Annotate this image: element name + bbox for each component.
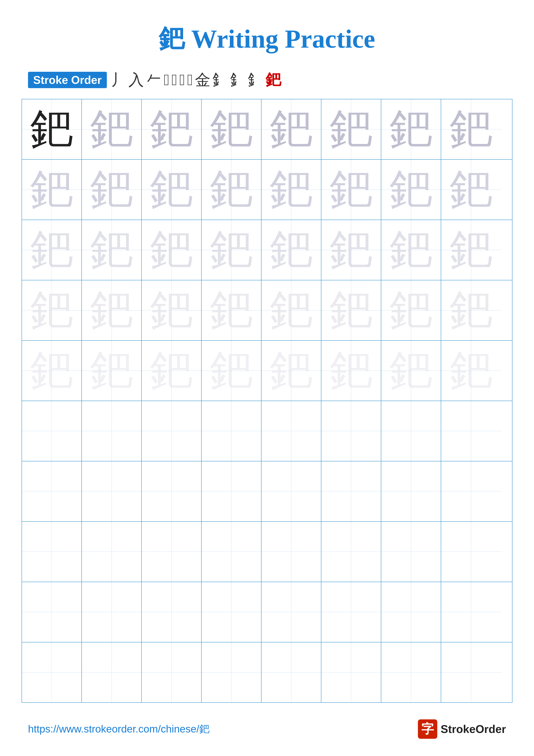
grid-cell	[321, 522, 381, 582]
grid-cell	[441, 582, 501, 642]
grid-cell: 鈀	[142, 220, 202, 280]
grid-cell: 鈀	[441, 220, 501, 280]
grid-cell	[22, 642, 82, 702]
grid-cell: 鈀	[142, 341, 202, 401]
grid-cell: 鈀	[441, 281, 501, 340]
grid-cell	[441, 642, 501, 702]
grid-cell	[142, 522, 202, 582]
grid-cell	[321, 401, 381, 461]
grid-cell	[22, 582, 82, 642]
grid-cell	[262, 461, 321, 521]
page-title: 鈀 Writing Practice	[0, 0, 534, 69]
grid-cell	[381, 522, 441, 582]
grid-row-2: 鈀 鈀 鈀 鈀 鈀 鈀 鈀 鈀	[22, 160, 512, 220]
footer-logo: 字 StrokeOrder	[418, 719, 506, 739]
grid-cell: 鈀	[202, 281, 262, 340]
grid-cell	[202, 401, 262, 461]
grid-cell	[202, 522, 262, 582]
grid-cell: 鈀	[321, 99, 381, 159]
stroke-chars: 丿 入 𠂉 𠃊 𠄌 𠄌 𠄍 金 釒 釒 釒 鈀	[111, 69, 281, 90]
grid-cell	[142, 461, 202, 521]
grid-cell: 鈀	[381, 160, 441, 220]
grid-row-3: 鈀 鈀 鈀 鈀 鈀 鈀 鈀 鈀	[22, 220, 512, 281]
footer: https://www.strokeorder.com/chinese/鈀 字 …	[0, 719, 534, 739]
grid-cell: 鈀	[202, 341, 262, 401]
grid-cell: 鈀	[321, 281, 381, 340]
grid-cell	[262, 522, 321, 582]
grid-cell: 鈀	[202, 160, 262, 220]
grid-cell	[82, 522, 142, 582]
grid-cell: 鈀	[381, 99, 441, 159]
grid-cell: 鈀	[142, 281, 202, 340]
grid-cell	[22, 461, 82, 521]
grid-cell	[381, 582, 441, 642]
grid-cell: 鈀	[321, 160, 381, 220]
stroke-order-badge: Stroke Order	[28, 72, 107, 88]
grid-row-empty-5	[22, 642, 512, 702]
grid-row-empty-4	[22, 582, 512, 642]
grid-cell	[142, 582, 202, 642]
practice-grid: 鈀 鈀 鈀 鈀 鈀 鈀 鈀 鈀 鈀 鈀 鈀 鈀 鈀 鈀 鈀 鈀 鈀 鈀 鈀 鈀 …	[21, 99, 513, 703]
grid-cell: 鈀	[82, 341, 142, 401]
grid-cell	[262, 582, 321, 642]
stroke-order-row: Stroke Order 丿 入 𠂉 𠃊 𠄌 𠄌 𠄍 金 釒 釒 釒 鈀	[0, 69, 534, 99]
grid-cell: 鈀	[22, 281, 82, 340]
grid-cell	[82, 582, 142, 642]
grid-cell	[142, 401, 202, 461]
grid-cell: 鈀	[381, 281, 441, 340]
grid-cell	[262, 401, 321, 461]
grid-cell: 鈀	[381, 341, 441, 401]
grid-cell	[441, 522, 501, 582]
grid-row-4: 鈀 鈀 鈀 鈀 鈀 鈀 鈀 鈀	[22, 281, 512, 341]
grid-cell: 鈀	[82, 160, 142, 220]
grid-cell: 鈀	[22, 220, 82, 280]
footer-url[interactable]: https://www.strokeorder.com/chinese/鈀	[28, 722, 210, 736]
grid-row-empty-3	[22, 522, 512, 582]
grid-cell	[22, 401, 82, 461]
grid-cell	[441, 461, 501, 521]
grid-cell	[321, 582, 381, 642]
grid-cell: 鈀	[82, 220, 142, 280]
grid-cell	[321, 461, 381, 521]
grid-cell: 鈀	[441, 341, 501, 401]
grid-cell: 鈀	[202, 99, 262, 159]
grid-cell	[202, 582, 262, 642]
grid-cell	[202, 461, 262, 521]
grid-cell: 鈀	[441, 99, 501, 159]
grid-cell	[202, 642, 262, 702]
grid-cell: 鈀	[262, 220, 321, 280]
grid-row-empty-1	[22, 401, 512, 461]
grid-cell: 鈀	[321, 341, 381, 401]
grid-cell: 鈀	[441, 160, 501, 220]
grid-row-empty-2	[22, 461, 512, 522]
grid-row-5: 鈀 鈀 鈀 鈀 鈀 鈀 鈀 鈀	[22, 341, 512, 401]
grid-cell: 鈀	[22, 160, 82, 220]
grid-cell: 鈀	[82, 99, 142, 159]
grid-cell: 鈀	[262, 99, 321, 159]
grid-cell	[262, 642, 321, 702]
grid-cell	[441, 401, 501, 461]
grid-cell: 鈀	[321, 220, 381, 280]
grid-row-1: 鈀 鈀 鈀 鈀 鈀 鈀 鈀 鈀	[22, 99, 512, 160]
grid-cell	[381, 401, 441, 461]
grid-cell	[82, 642, 142, 702]
grid-cell: 鈀	[262, 341, 321, 401]
grid-cell	[321, 642, 381, 702]
grid-cell: 鈀	[381, 220, 441, 280]
grid-cell	[22, 522, 82, 582]
grid-cell: 鈀	[22, 341, 82, 401]
grid-cell	[142, 642, 202, 702]
grid-cell	[82, 401, 142, 461]
grid-cell: 鈀	[82, 281, 142, 340]
grid-cell	[82, 461, 142, 521]
footer-logo-icon: 字	[418, 719, 437, 739]
grid-cell: 鈀	[262, 160, 321, 220]
grid-cell: 鈀	[202, 220, 262, 280]
grid-cell: 鈀	[22, 99, 82, 159]
grid-cell	[381, 461, 441, 521]
grid-cell: 鈀	[142, 160, 202, 220]
grid-cell: 鈀	[142, 99, 202, 159]
grid-cell	[381, 642, 441, 702]
grid-cell: 鈀	[262, 281, 321, 340]
